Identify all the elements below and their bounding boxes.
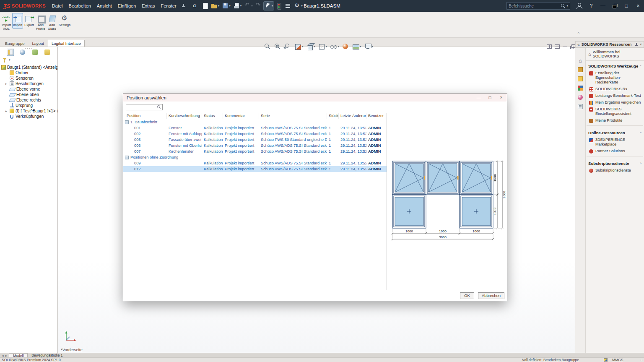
new-button[interactable]: [201, 2, 209, 10]
tree-item[interactable]: Ebene vorne: [0, 86, 57, 92]
menu-bearbeiten[interactable]: Bearbeiten: [66, 3, 94, 8]
dialog-titlebar[interactable]: Position auswählen — □ ×: [123, 94, 507, 102]
position-row[interactable]: 009KalkulationProjekt importiertSchüco A…: [123, 160, 387, 166]
tree-item[interactable]: Ordner: [0, 70, 57, 76]
dialog-maximize-icon[interactable]: □: [484, 94, 496, 102]
zoom-fit-button[interactable]: [263, 42, 272, 51]
open-button[interactable]: ▾: [210, 2, 221, 10]
tab-logikal-interface[interactable]: Logikal Interface: [48, 40, 85, 47]
tab-scroll-right-icon[interactable]: ▶: [5, 354, 8, 357]
tree-item[interactable]: Ebene rechts: [0, 97, 57, 103]
menu-einf-gen[interactable]: Einfügen: [115, 3, 139, 8]
account-button[interactable]: [574, 0, 585, 12]
tab-scroll-left-icon[interactable]: ◀: [2, 354, 4, 357]
position-row[interactable]: 006Fenster mit OberlichtKalkulationProje…: [123, 143, 387, 148]
chevron-up-icon[interactable]: ^: [640, 161, 641, 165]
document-properties-icon[interactable]: [578, 104, 583, 109]
home-icon[interactable]: ⌂: [579, 59, 582, 63]
search-caret-icon[interactable]: ▾: [566, 4, 568, 8]
tree-item[interactable]: Ebene oben: [0, 92, 57, 97]
select-button[interactable]: ▾: [264, 2, 274, 10]
design-library-icon[interactable]: [578, 67, 583, 72]
settings-button[interactable]: Settings: [58, 13, 71, 29]
position-row[interactable]: 005Fassade über zwei Sto...KalkulationPr…: [123, 137, 387, 143]
taskpane-item-leistungs-benchmark-test[interactable]: Leistungs-Benchmark-Test: [586, 92, 644, 99]
display-pane-icon[interactable]: [20, 49, 25, 55]
split-vertical-icon[interactable]: [547, 44, 552, 49]
column-header-letzte-nderung[interactable]: Letzte Änderung: [339, 113, 366, 119]
tree-item[interactable]: Ursprung: [0, 103, 57, 108]
taskpane-item-solidworks-rx[interactable]: SOLIDWORKS Rx: [586, 86, 644, 92]
menu-ansicht[interactable]: Ansicht: [94, 3, 115, 8]
section-header-solidworks-werkzeuge[interactable]: SOLIDWORKS Werkzeuge^: [586, 61, 644, 70]
resize-grip[interactable]: [640, 359, 643, 362]
column-header-position[interactable]: Position: [123, 113, 167, 119]
chevron-up-icon[interactable]: ^: [640, 64, 641, 68]
display-style-button[interactable]: ▾: [317, 42, 328, 51]
restore-button[interactable]: [609, 0, 621, 12]
appearance-button[interactable]: [341, 42, 350, 51]
model-tab-bewegungsstudie-1[interactable]: Bewegungsstudie 1: [28, 353, 66, 357]
property-pane-icon[interactable]: [32, 49, 38, 55]
pin-icon[interactable]: [634, 42, 639, 47]
redo-button[interactable]: [254, 2, 263, 10]
close-button[interactable]: ×: [632, 0, 644, 12]
taskpane-item-solidworks-einstellungsassistent[interactable]: SOLIDWORKS Einstellungsassistent: [586, 106, 644, 117]
position-row[interactable]: 007KirchenfensterKalkulationProjekt impo…: [123, 148, 387, 154]
section-header-subskriptionsdienste[interactable]: Subskriptionsdienste^: [586, 158, 644, 167]
undo-button[interactable]: ▾: [243, 2, 254, 10]
taskpane-item-erstellung-der-eigenschaften-registerkarte[interactable]: Erstellung der Eigenschaften-Registerkar…: [586, 70, 644, 86]
tree-item[interactable]: ▸(f) [ Test^Baugr1 ]<1> (Standard): [0, 108, 57, 114]
tree-pane-icon[interactable]: [8, 49, 13, 55]
tab-layout[interactable]: Layout: [28, 40, 48, 47]
welcome-link[interactable]: ⌂ Willkommen bei SOLIDWORKS: [586, 48, 644, 61]
print-button[interactable]: ▾: [232, 2, 243, 10]
column-header-benutzer[interactable]: Benutzer: [366, 113, 385, 119]
group-row[interactable]: Positionen ohne Zuordnung: [123, 154, 387, 160]
doc-minimize-icon[interactable]: —: [563, 43, 567, 50]
search-icon[interactable]: [157, 105, 161, 109]
import-button[interactable]: Import: [12, 13, 23, 29]
export-button[interactable]: Export: [23, 13, 35, 29]
taskpane-item-meine-produkte[interactable]: Meine Produkte: [586, 117, 644, 124]
group-row[interactable]: 1. Bauabschnitt: [123, 119, 387, 125]
file-explorer-icon[interactable]: [578, 76, 583, 81]
lights-button[interactable]: [275, 2, 283, 10]
command-search[interactable]: ▾: [506, 2, 570, 10]
taskpane-item-subskriptionsdienste[interactable]: Subskriptionsdienste: [586, 167, 644, 174]
expand-icon[interactable]: ▸: [5, 108, 10, 114]
hide-show-button[interactable]: ▾: [330, 42, 340, 51]
dialog-minimize-icon[interactable]: —: [473, 94, 484, 102]
dialog-close-icon[interactable]: ×: [496, 94, 507, 102]
scene-button[interactable]: ▾: [351, 42, 362, 51]
section-view-button[interactable]: ▾: [293, 42, 304, 51]
menu-pin-icon[interactable]: [181, 3, 186, 8]
column-header-st-ck[interactable]: Stück: [327, 113, 339, 119]
ok-button[interactable]: OK: [460, 292, 474, 299]
position-row[interactable]: 001FensterKalkulationProjekt importiertS…: [123, 125, 387, 131]
maximize-button[interactable]: □: [621, 0, 632, 12]
taskpane-item-mein-ergebnis-vergleichen[interactable]: Mein Ergebnis vergleichen: [586, 99, 644, 106]
import-xml-button[interactable]: ImportXML: [1, 13, 12, 32]
appearances-icon[interactable]: [578, 95, 583, 100]
tree-item[interactable]: Baugr1 (Standard) <Anzeigestatus-1>: [0, 65, 57, 70]
units-label[interactable]: MMGS: [612, 358, 623, 362]
column-header-status[interactable]: Status: [202, 113, 223, 119]
search-input[interactable]: [509, 4, 560, 8]
save-button[interactable]: ▾: [221, 2, 231, 10]
panel-splitter[interactable]: [24, 48, 34, 49]
ribbon-collapse-button[interactable]: ^: [575, 31, 582, 36]
position-row[interactable]: 012KalkulationProjekt importiertSchüco A…: [123, 166, 387, 172]
zoom-area-button[interactable]: [273, 42, 282, 51]
configuration-pane-icon[interactable]: [44, 49, 50, 55]
column-header-serie[interactable]: Serie: [259, 113, 327, 119]
tree-item[interactable]: ▸Beschriftungen: [0, 81, 57, 86]
tree-item[interactable]: Verknüpfungen: [0, 114, 57, 119]
view-settings-button[interactable]: ▾: [364, 42, 374, 51]
previous-view-button[interactable]: [283, 42, 292, 51]
search-icon[interactable]: [560, 3, 566, 9]
taskpane-item-partner-solutions[interactable]: Partner Solutions: [586, 148, 644, 154]
menu-datei[interactable]: Datei: [49, 3, 66, 8]
model-tab-modell[interactable]: Modell: [9, 353, 28, 357]
help-button[interactable]: ?: [585, 0, 597, 12]
